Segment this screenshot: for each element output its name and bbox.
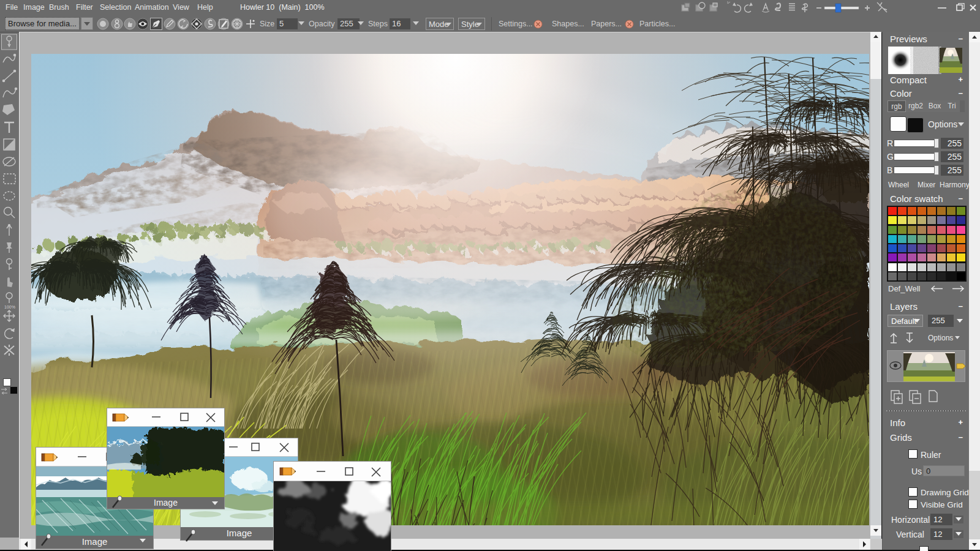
- svg-text:100%: 100%: [4, 305, 15, 309]
- svg-text:Options: Options: [928, 334, 953, 342]
